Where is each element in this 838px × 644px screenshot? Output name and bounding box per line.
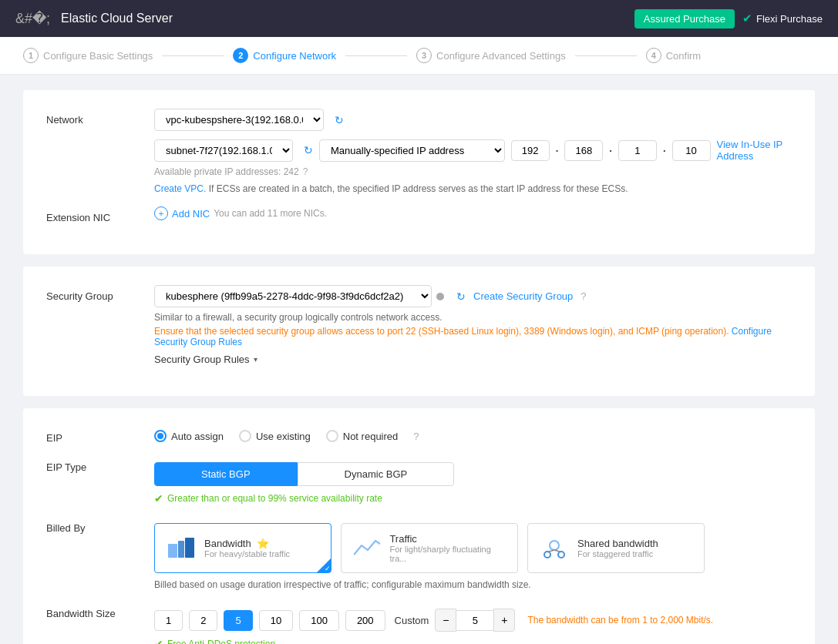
sg-info-icon[interactable]: ? bbox=[581, 290, 586, 302]
billed-card-traffic[interactable]: Traffic For light/sharply fluctuating tr… bbox=[341, 523, 518, 573]
billed-note: Billed based on usage duration irrespect… bbox=[154, 579, 792, 590]
vpc-select[interactable]: vpc-kubespshere-3(192.168.0.0/16) bbox=[154, 109, 324, 131]
bandwidth-card-text: Bandwidth ⭐ For heavy/stable traffic bbox=[204, 538, 290, 558]
add-nic-label: Add NIC bbox=[172, 208, 210, 220]
flexi-purchase-button[interactable]: ✔ Flexi Purchase bbox=[742, 12, 823, 25]
eip-radio-group: Auto assign Use existing Not required ? bbox=[154, 430, 792, 442]
eip-not-required-label: Not required bbox=[343, 431, 399, 442]
bw-btn-100[interactable]: 100 bbox=[299, 610, 339, 631]
sg-refresh-icon[interactable]: ↻ bbox=[456, 290, 466, 303]
billed-by-label: Billed By bbox=[46, 517, 154, 534]
steps-bar: 1 Configure Basic Settings 2 Configure N… bbox=[0, 37, 838, 75]
add-nic-button[interactable]: ＋ Add NIC You can add 11 more NICs. bbox=[154, 206, 792, 220]
radio-existing-icon bbox=[239, 430, 251, 442]
assured-purchase-button[interactable]: Assured Purchase bbox=[634, 9, 735, 29]
shared-card-text: Shared bandwidth For staggered traffic bbox=[577, 538, 658, 558]
bandwidth-stepper-input[interactable] bbox=[456, 610, 493, 631]
billed-card-shared[interactable]: Shared bandwidth For staggered traffic bbox=[527, 523, 705, 573]
svg-line-7 bbox=[554, 550, 560, 552]
extension-nic-row: Extension NIC ＋ Add NIC You can add 11 m… bbox=[46, 206, 792, 223]
step-divider-3 bbox=[575, 55, 637, 56]
ip-part-4[interactable] bbox=[672, 140, 711, 161]
create-security-group-link[interactable]: Create Security Group bbox=[473, 290, 573, 302]
step-3: 3 Configure Advanced Settings bbox=[416, 48, 566, 63]
page-title: Elastic Cloud Server bbox=[61, 12, 634, 25]
eip-auto-label: Auto assign bbox=[171, 431, 224, 442]
plus-icon: ＋ bbox=[154, 206, 168, 220]
subnet-row: subnet-7f27(192.168.1.0/24) ↻ Manually-s… bbox=[154, 139, 799, 162]
security-group-section: Security Group kubesphere (9ffb99a5-2278… bbox=[23, 267, 815, 396]
extension-nic-content: ＋ Add NIC You can add 11 more NICs. bbox=[154, 206, 792, 220]
eip-not-required[interactable]: Not required bbox=[326, 430, 399, 442]
vpc-refresh-icon[interactable]: ↻ bbox=[335, 114, 344, 126]
security-group-rules-toggle[interactable]: Security Group Rules ▾ bbox=[154, 354, 792, 365]
bandwidth-warning: The bandwidth can be from 1 to 2,000 Mbi… bbox=[527, 615, 713, 626]
bandwidth-preset-buttons: 1 2 5 10 100 200 Custom − + The bandwidt… bbox=[154, 609, 792, 632]
billed-by-row: Billed By Bandwidth bbox=[46, 517, 792, 590]
bw-btn-2[interactable]: 2 bbox=[189, 610, 217, 631]
flexi-label: Flexi Purchase bbox=[756, 13, 823, 25]
step-1: 1 Configure Basic Settings bbox=[23, 48, 153, 63]
bw-btn-5[interactable]: 5 bbox=[224, 610, 252, 631]
antiddos-label: Free Anti-DDoS protection bbox=[167, 639, 275, 644]
security-group-select[interactable]: kubesphere (9ffb99a5-2278-4ddc-9f98-3f9d… bbox=[154, 285, 432, 307]
eip-content: Auto assign Use existing Not required ? bbox=[154, 427, 792, 442]
step-divider-1 bbox=[162, 55, 224, 56]
step-4-num[interactable]: 4 bbox=[646, 48, 661, 63]
network-content: vpc-kubespshere-3(192.168.0.0/16) ↻ subn… bbox=[154, 109, 799, 194]
bw-btn-10[interactable]: 10 bbox=[259, 610, 293, 631]
step-1-label[interactable]: Configure Basic Settings bbox=[43, 50, 153, 62]
available-ip-info-icon[interactable]: ? bbox=[303, 166, 308, 177]
eip-info-icon[interactable]: ? bbox=[413, 431, 419, 442]
star-icon: ⭐ bbox=[257, 538, 269, 549]
eip-auto-assign[interactable]: Auto assign bbox=[154, 430, 224, 442]
bandwidth-size-label: Bandwidth Size bbox=[46, 602, 154, 619]
billed-card-bandwidth[interactable]: Bandwidth ⭐ For heavy/stable traffic bbox=[154, 523, 331, 573]
sg-description: Similar to a firewall, a security group … bbox=[154, 312, 792, 323]
billed-by-content: Bandwidth ⭐ For heavy/stable traffic bbox=[154, 517, 792, 590]
svg-rect-2 bbox=[185, 538, 194, 558]
stepper-increase-button[interactable]: + bbox=[493, 609, 515, 632]
selected-check-corner bbox=[317, 558, 331, 572]
bandwidth-stepper: − + bbox=[435, 609, 515, 632]
stepper-decrease-button[interactable]: − bbox=[435, 609, 456, 632]
bandwidth-icon bbox=[167, 537, 195, 560]
subnet-refresh-icon[interactable]: ↻ bbox=[304, 144, 313, 156]
traffic-card-title: Traffic bbox=[389, 533, 505, 545]
shared-bandwidth-icon bbox=[540, 537, 568, 560]
shared-card-title: Shared bandwidth bbox=[577, 538, 658, 549]
eip-type-label: EIP Type bbox=[46, 456, 154, 473]
eip-use-existing[interactable]: Use existing bbox=[239, 430, 311, 442]
ip-method-select[interactable]: Manually-specified IP address Auto assig… bbox=[319, 139, 505, 162]
radio-not-required-icon bbox=[326, 430, 338, 442]
view-in-use-link[interactable]: View In-Use IP Address bbox=[717, 139, 799, 162]
sg-warning-text: Ensure that the selected security group … bbox=[154, 326, 729, 337]
bandwidth-card-title: Bandwidth ⭐ bbox=[204, 538, 290, 549]
step-4-label[interactable]: Confirm bbox=[666, 50, 702, 62]
check-icon: ✔ bbox=[154, 492, 163, 505]
bw-btn-200[interactable]: 200 bbox=[345, 610, 385, 631]
create-vpc-link[interactable]: Create VPC. bbox=[154, 183, 206, 194]
subnet-select[interactable]: subnet-7f27(192.168.1.0/24) bbox=[154, 139, 293, 162]
step-2-num[interactable]: 2 bbox=[233, 48, 248, 63]
eip-row: EIP Auto assign Use existing Not require… bbox=[46, 427, 792, 444]
back-button[interactable]: &#�; bbox=[15, 10, 50, 27]
ip-part-3[interactable] bbox=[618, 140, 657, 161]
security-group-label: Security Group bbox=[46, 285, 154, 302]
sg-status-dot bbox=[436, 293, 444, 300]
step-3-num[interactable]: 3 bbox=[416, 48, 432, 63]
ip-dot-1: · bbox=[556, 145, 559, 156]
ip-part-1[interactable] bbox=[511, 140, 550, 161]
sg-select-row: kubesphere (9ffb99a5-2278-4ddc-9f98-3f9d… bbox=[154, 285, 792, 307]
ip-part-2[interactable] bbox=[564, 140, 603, 161]
main-content: Network vpc-kubespshere-3(192.168.0.0/16… bbox=[0, 75, 838, 644]
step-2-label[interactable]: Configure Network bbox=[253, 50, 336, 62]
step-3-label[interactable]: Configure Advanced Settings bbox=[436, 50, 566, 62]
eip-type-row: EIP Type Static BGP Dynamic BGP ✔ Greate… bbox=[46, 456, 792, 505]
bw-btn-1[interactable]: 1 bbox=[154, 610, 183, 631]
step-1-num[interactable]: 1 bbox=[23, 48, 39, 63]
tab-dynamic-bgp[interactable]: Dynamic BGP bbox=[298, 462, 455, 486]
create-vpc-note: If ECSs are created in a batch, the spec… bbox=[209, 183, 628, 194]
tab-static-bgp[interactable]: Static BGP bbox=[154, 462, 298, 486]
shared-card-subtitle: For staggered traffic bbox=[577, 549, 658, 558]
